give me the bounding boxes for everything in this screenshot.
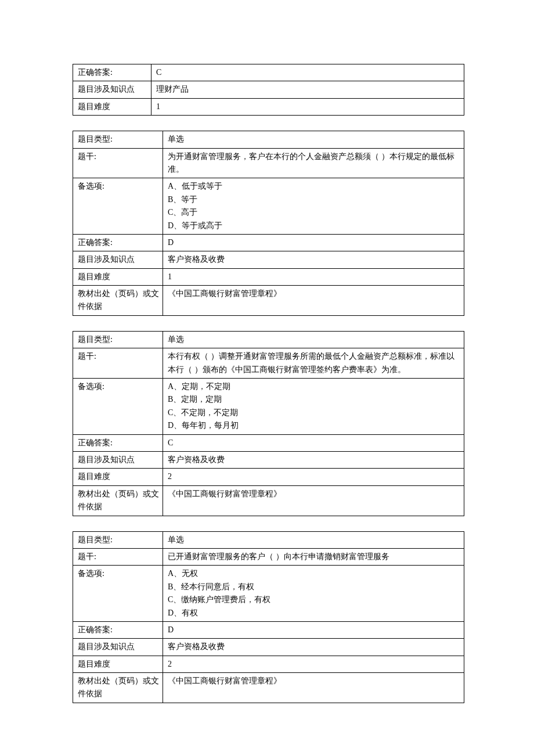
type-value: 单选 bbox=[163, 131, 464, 148]
difficulty-label: 题目难度 bbox=[73, 469, 163, 485]
answer-value: C bbox=[163, 434, 464, 451]
difficulty-label: 题目难度 bbox=[73, 656, 163, 672]
source-label: 教材出处（页码）或文件依据 bbox=[73, 673, 163, 703]
table-row: 正确答案: C bbox=[73, 64, 464, 81]
source-label: 教材出处（页码）或文件依据 bbox=[73, 485, 163, 516]
source-value: 《中国工商银行财富管理章程》 bbox=[163, 286, 464, 316]
table-row: 题目涉及知识点 理财产品 bbox=[73, 81, 464, 98]
difficulty-value: 2 bbox=[163, 656, 464, 672]
options-value: A、定期，不定期 B、定期，定期 C、不定期，不定期 D、每年初，每月初 bbox=[163, 379, 464, 435]
type-value: 单选 bbox=[163, 531, 464, 548]
table-row: 题目涉及知识点 客户资格及收费 bbox=[73, 251, 464, 268]
source-label: 教材出处（页码）或文件依据 bbox=[73, 286, 163, 316]
table-row: 备选项: A、定期，不定期 B、定期，定期 C、不定期，不定期 D、每年初，每月… bbox=[73, 379, 464, 435]
table-row: 正确答案: D bbox=[73, 234, 464, 251]
table-row: 题目难度 2 bbox=[73, 469, 464, 485]
answer-value: D bbox=[163, 621, 464, 638]
answer-label: 正确答案: bbox=[73, 434, 163, 451]
stem-value: 本行有权（ ）调整开通财富管理服务所需的最低个人金融资产总额标准，标准以本行（ … bbox=[163, 348, 464, 379]
difficulty-value: 2 bbox=[163, 469, 464, 485]
options-label: 备选项: bbox=[73, 566, 163, 622]
table-row: 备选项: A、无权 B、经本行同意后，有权 C、缴纳账户管理费后，有权 D、有权 bbox=[73, 566, 464, 622]
stem-label: 题干: bbox=[73, 548, 163, 565]
source-value: 《中国工商银行财富管理章程》 bbox=[163, 485, 464, 516]
options-label: 备选项: bbox=[73, 178, 163, 235]
topic-label: 题目涉及知识点 bbox=[73, 451, 163, 468]
answer-label: 正确答案: bbox=[73, 621, 163, 638]
topic-value: 客户资格及收费 bbox=[163, 451, 464, 468]
difficulty-label: 题目难度 bbox=[73, 98, 151, 115]
answer-value: D bbox=[163, 234, 464, 251]
table-row: 题干: 已开通财富管理服务的客户（ ）向本行申请撤销财富管理服务 bbox=[73, 548, 464, 565]
answer-label: 正确答案: bbox=[73, 234, 163, 251]
topic-value: 理财产品 bbox=[151, 81, 464, 98]
options-value: A、无权 B、经本行同意后，有权 C、缴纳账户管理费后，有权 D、有权 bbox=[163, 566, 464, 622]
table-row: 题目类型: 单选 bbox=[73, 331, 464, 348]
table-row: 教材出处（页码）或文件依据 《中国工商银行财富管理章程》 bbox=[73, 673, 464, 703]
table-row: 题目类型: 单选 bbox=[73, 131, 464, 148]
table-row: 教材出处（页码）或文件依据 《中国工商银行财富管理章程》 bbox=[73, 286, 464, 316]
table-row: 题目涉及知识点 客户资格及收费 bbox=[73, 639, 464, 656]
question-table-1: 正确答案: C 题目涉及知识点 理财产品 题目难度 1 bbox=[73, 64, 464, 116]
table-row: 正确答案: D bbox=[73, 621, 464, 638]
stem-label: 题干: bbox=[73, 148, 163, 178]
options-value: A、低于或等于 B、等于 C、高于 D、等于或高于 bbox=[163, 178, 464, 235]
stem-value: 已开通财富管理服务的客户（ ）向本行申请撤销财富管理服务 bbox=[163, 548, 464, 565]
answer-value: C bbox=[151, 64, 464, 81]
table-row: 题目涉及知识点 客户资格及收费 bbox=[73, 451, 464, 468]
topic-label: 题目涉及知识点 bbox=[73, 639, 163, 656]
options-label: 备选项: bbox=[73, 379, 163, 435]
answer-label: 正确答案: bbox=[73, 64, 151, 81]
topic-value: 客户资格及收费 bbox=[163, 639, 464, 656]
difficulty-value: 1 bbox=[151, 98, 464, 115]
type-label: 题目类型: bbox=[73, 131, 163, 148]
table-row: 题干: 本行有权（ ）调整开通财富管理服务所需的最低个人金融资产总额标准，标准以… bbox=[73, 348, 464, 379]
topic-label: 题目涉及知识点 bbox=[73, 251, 163, 268]
type-label: 题目类型: bbox=[73, 331, 163, 348]
table-row: 题目类型: 单选 bbox=[73, 531, 464, 548]
type-value: 单选 bbox=[163, 331, 464, 348]
question-table-3: 题目类型: 单选 题干: 本行有权（ ）调整开通财富管理服务所需的最低个人金融资… bbox=[73, 331, 464, 516]
topic-value: 客户资格及收费 bbox=[163, 251, 464, 268]
difficulty-value: 1 bbox=[163, 268, 464, 285]
table-row: 教材出处（页码）或文件依据 《中国工商银行财富管理章程》 bbox=[73, 485, 464, 516]
table-row: 正确答案: C bbox=[73, 434, 464, 451]
document-page: 正确答案: C 题目涉及知识点 理财产品 题目难度 1 题目类型: 单选 题干:… bbox=[0, 0, 534, 756]
question-table-4: 题目类型: 单选 题干: 已开通财富管理服务的客户（ ）向本行申请撤销财富管理服… bbox=[73, 531, 464, 703]
table-row: 题目难度 2 bbox=[73, 656, 464, 672]
table-row: 题干: 为开通财富管理服务，客户在本行的个人金融资产总额须（ ）本行规定的最低标… bbox=[73, 148, 464, 178]
question-table-2: 题目类型: 单选 题干: 为开通财富管理服务，客户在本行的个人金融资产总额须（ … bbox=[73, 131, 464, 316]
difficulty-label: 题目难度 bbox=[73, 268, 163, 285]
table-row: 题目难度 1 bbox=[73, 98, 464, 115]
type-label: 题目类型: bbox=[73, 531, 163, 548]
table-row: 题目难度 1 bbox=[73, 268, 464, 285]
topic-label: 题目涉及知识点 bbox=[73, 81, 151, 98]
stem-label: 题干: bbox=[73, 348, 163, 379]
source-value: 《中国工商银行财富管理章程》 bbox=[163, 673, 464, 703]
stem-value: 为开通财富管理服务，客户在本行的个人金融资产总额须（ ）本行规定的最低标准。 bbox=[163, 148, 464, 178]
table-row: 备选项: A、低于或等于 B、等于 C、高于 D、等于或高于 bbox=[73, 178, 464, 235]
